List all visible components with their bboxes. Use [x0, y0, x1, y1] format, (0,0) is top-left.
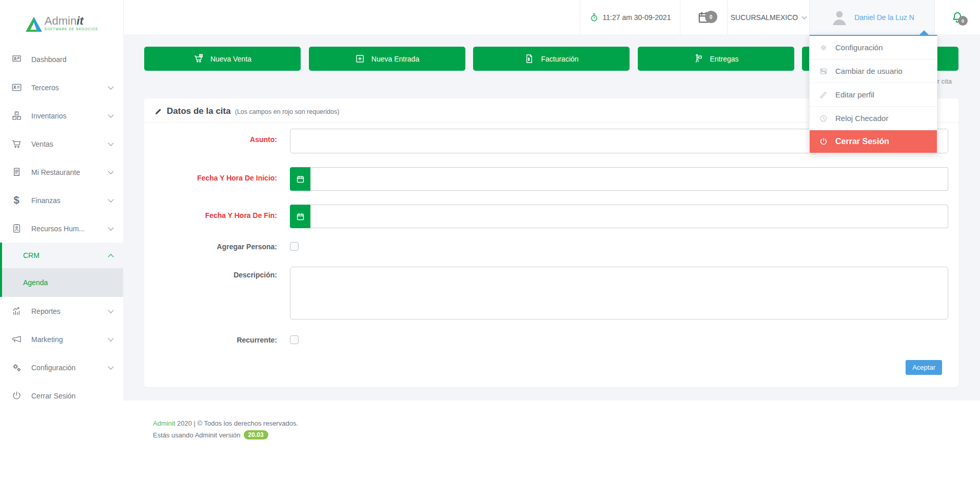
user-menu-button[interactable]: Daniel De la Luz N: [809, 0, 934, 34]
chevron-down-icon: [108, 196, 113, 202]
menu-item-configuracion[interactable]: Configuración: [810, 36, 937, 59]
sidebar-item-crm[interactable]: CRM: [2, 243, 123, 268]
topbar-spacer: [124, 0, 580, 34]
chevron-down-icon: [108, 307, 113, 313]
fecha-fin-input[interactable]: [310, 205, 948, 228]
sidebar-item-inventarios[interactable]: Inventarios: [0, 102, 123, 130]
sidebar-item-dashboard[interactable]: Dashboard: [0, 45, 123, 73]
agregar-persona-checkbox[interactable]: [290, 242, 299, 251]
cart-plus-icon: [193, 53, 204, 64]
fecha-fin-row: Fecha Y Hora De Fin:: [144, 205, 948, 228]
sidebar-item-terceros[interactable]: Terceros: [0, 73, 123, 102]
menu-item-reloj-checador[interactable]: Reloj Checador: [810, 107, 937, 130]
sidebar-item-marketing[interactable]: Marketing: [0, 325, 123, 353]
fecha-inicio-calendar-button[interactable]: [290, 167, 310, 191]
gears-icon: [10, 362, 23, 374]
chevron-down-icon: [108, 140, 113, 146]
descripcion-row: Descripción:: [144, 267, 948, 322]
stopwatch-icon: [590, 13, 599, 22]
branch-selector[interactable]: SUCURSALMEXICO: [727, 0, 809, 34]
sidebar-item-agenda[interactable]: Agenda: [2, 268, 123, 297]
branch-name: SUCURSALMEXICO: [731, 13, 798, 22]
nueva-entrada-button[interactable]: Nueva Entrada: [309, 47, 465, 71]
plus-square-icon: [355, 53, 365, 64]
logo[interactable]: Adminit SOFTWARE DE NEGOCIOS: [0, 0, 123, 45]
footer-copyright: Adminit 2020 | © Todos los derechos rese…: [153, 419, 980, 427]
menu-item-cambiar-usuario[interactable]: Cambiar de usuario: [810, 59, 937, 83]
sidebar-item-reportes[interactable]: Reportes: [0, 297, 123, 325]
invoice-icon: [524, 53, 535, 64]
calendar-icon: [296, 212, 305, 222]
agregar-persona-row: Agregar Persona:: [144, 242, 948, 253]
sidebar-item-ventas[interactable]: Ventas: [0, 130, 123, 158]
crm-block: CRM Agenda: [0, 243, 123, 297]
topbar-calendar-button[interactable]: 0: [680, 0, 727, 34]
power-icon: [819, 137, 828, 146]
sidebar-item-recursos-humanos[interactable]: Recursos Hum...: [0, 214, 123, 243]
datetime-text: 11:27 am 30-09-2021: [603, 13, 671, 22]
recurrente-row: Recurrente:: [144, 335, 948, 346]
fecha-fin-calendar-button[interactable]: [290, 205, 310, 228]
chart-icon: [10, 305, 23, 317]
clock-icon: [819, 114, 828, 123]
calendar-count-badge: 0: [705, 11, 717, 23]
submit-row: Aceptar: [144, 360, 948, 375]
recurrente-checkbox[interactable]: [290, 335, 299, 344]
panel-title: Datos de la cita: [167, 106, 231, 116]
fecha-inicio-label: Fecha Y Hora De Inicio:: [144, 167, 290, 182]
chevron-down-icon: [802, 14, 807, 19]
aceptar-button[interactable]: Aceptar: [906, 360, 942, 375]
recurrente-label: Recurrente:: [144, 335, 290, 344]
badge-icon: [10, 223, 23, 235]
boxes-icon: [10, 110, 23, 122]
chevron-down-icon: [108, 112, 113, 117]
sidebar-item-finanzas[interactable]: $ Finanzas: [0, 186, 123, 214]
footer-brand: Adminit: [153, 419, 175, 427]
dashboard-icon: [10, 53, 23, 66]
fecha-fin-label: Fecha Y Hora De Fin:: [144, 205, 290, 219]
delivery-person-icon: [693, 53, 703, 64]
chevron-down-icon: [108, 84, 113, 89]
logo-text: Adminit: [45, 15, 98, 27]
sidebar: Adminit SOFTWARE DE NEGOCIOS Dashboard T…: [0, 0, 123, 480]
asunto-label: Asunto:: [144, 129, 290, 144]
fecha-inicio-row: Fecha Y Hora De Inicio:: [144, 167, 948, 191]
menu-item-cerrar-sesion[interactable]: Cerrar Sesión: [810, 130, 937, 153]
user-dropdown-menu: Configuración Cambiar de usuario Editar …: [809, 35, 937, 153]
pencil-icon: [154, 107, 163, 115]
footer-version-line: Estás usando Adminit versión 20.03: [153, 430, 980, 439]
sidebar-item-configuracion[interactable]: Configuración: [0, 353, 123, 382]
pencil-icon: [819, 90, 828, 99]
nueva-venta-button[interactable]: Nueva Venta: [144, 47, 301, 71]
sidebar-nav: Dashboard Terceros Inventarios: [0, 45, 123, 410]
chevron-up-icon: [108, 254, 113, 259]
fecha-inicio-input[interactable]: [310, 167, 948, 191]
notifications-count-badge: 0: [958, 16, 968, 26]
descripcion-textarea[interactable]: [290, 267, 948, 319]
topbar: 11:27 am 30-09-2021 0 SUCURSALMEXICO Dan…: [123, 0, 980, 34]
facturacion-button[interactable]: Facturación: [473, 47, 630, 71]
gear-icon: [819, 43, 828, 52]
user-name: Daniel De la Luz N: [854, 13, 914, 22]
version-badge: 20.03: [244, 430, 268, 439]
dollar-icon: $: [10, 194, 23, 207]
agregar-persona-label: Agregar Persona:: [144, 242, 290, 251]
avatar: [830, 8, 849, 27]
id-card-icon: [10, 82, 23, 94]
entregas-button[interactable]: Entregas: [638, 47, 794, 71]
chevron-down-icon: [108, 335, 113, 341]
panel-body: Asunto: Fecha Y Hora De Inicio:: [144, 123, 958, 387]
receipt-icon: [10, 166, 23, 178]
panel-subtitle: (Los campos en rojo son requeridos): [235, 108, 340, 115]
sidebar-item-mi-restaurante[interactable]: Mi Restaurante: [0, 158, 123, 186]
descripcion-label: Descripción:: [144, 267, 290, 279]
chevron-down-icon: [108, 168, 113, 174]
switch-user-icon: [819, 67, 828, 76]
topbar-clock: 11:27 am 30-09-2021: [580, 0, 680, 34]
notifications-button[interactable]: 0: [934, 0, 980, 34]
menu-item-editar-perfil[interactable]: Editar perfil: [810, 83, 937, 107]
calendar-icon: [296, 174, 305, 184]
power-icon: [10, 390, 23, 402]
page-footer: Adminit 2020 | © Todos los derechos rese…: [123, 401, 980, 480]
sidebar-item-cerrar-sesion[interactable]: Cerrar Sesión: [0, 382, 123, 410]
